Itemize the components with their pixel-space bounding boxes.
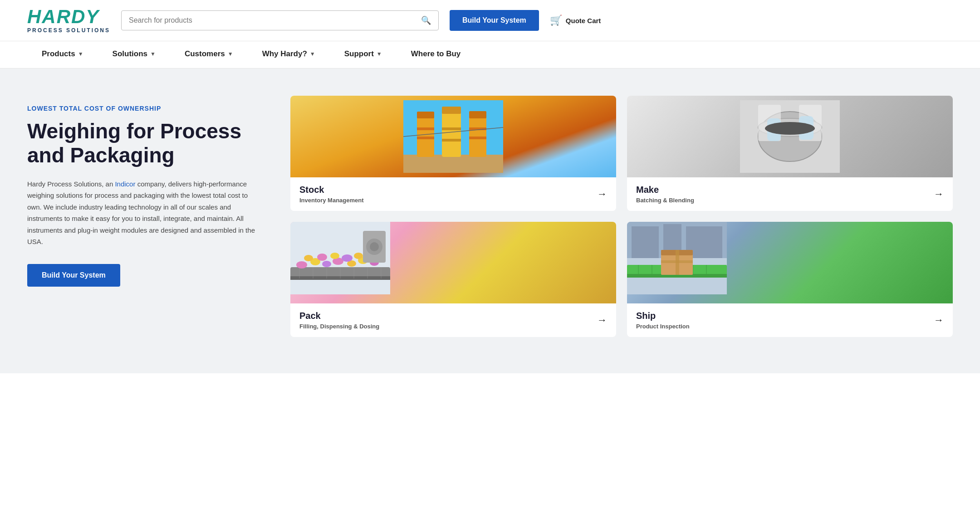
indicor-link[interactable]: Indicor: [115, 180, 135, 188]
hero-title: Weighing for Process and Packaging: [27, 119, 263, 167]
card-ship-arrow[interactable]: →: [934, 314, 944, 326]
card-stock[interactable]: Stock Inventory Management →: [290, 96, 616, 211]
svg-point-40: [304, 255, 313, 261]
svg-rect-3: [417, 112, 434, 118]
hero-eyebrow: LOWEST TOTAL COST OF OWNERSHIP: [27, 105, 263, 112]
svg-point-48: [370, 242, 379, 251]
chevron-down-icon: ▼: [150, 51, 156, 57]
hero-body-text-1: Hardy Process Solutions, an: [27, 180, 115, 188]
svg-rect-6: [469, 114, 486, 157]
quote-cart-label: Quote Cart: [566, 17, 601, 24]
svg-rect-9: [417, 137, 434, 139]
svg-rect-10: [442, 127, 461, 130]
quote-cart-button[interactable]: 🛒 Quote Cart: [550, 15, 601, 26]
svg-rect-7: [469, 111, 486, 118]
card-ship-subtitle: Product Inspection: [636, 323, 690, 330]
svg-point-33: [296, 261, 307, 269]
main-nav: Products ▼ Solutions ▼ Customers ▼ Why H…: [0, 41, 980, 68]
chevron-down-icon: ▼: [310, 51, 315, 57]
card-ship[interactable]: Ship Product Inspection →: [627, 222, 953, 337]
card-ship-row: Ship Product Inspection →: [636, 311, 944, 330]
card-make-row: Make Batching & Blending →: [636, 185, 944, 204]
card-pack-image: [290, 222, 616, 303]
svg-point-43: [342, 254, 353, 262]
nav-support-label: Support: [344, 49, 374, 59]
card-ship-image: [627, 222, 953, 303]
svg-rect-13: [469, 137, 486, 139]
nav-item-support[interactable]: Support ▼: [330, 41, 397, 68]
hero-body: Hardy Process Solutions, an Indicor comp…: [27, 178, 263, 248]
svg-point-44: [354, 253, 363, 259]
nav-customers-label: Customers: [185, 49, 225, 59]
svg-point-22: [765, 122, 815, 135]
svg-rect-51: [632, 226, 659, 258]
card-stock-subtitle: Inventory Management: [299, 197, 364, 204]
card-pack-title: Pack: [299, 311, 379, 321]
nav-item-customers[interactable]: Customers ▼: [170, 41, 248, 68]
card-make[interactable]: Make Batching & Blending →: [627, 96, 953, 211]
chevron-down-icon: ▼: [78, 51, 83, 57]
card-pack-content: Pack Filling, Dispensing & Dosing →: [290, 303, 616, 337]
cart-icon: 🛒: [550, 15, 562, 26]
card-make-title: Make: [636, 185, 694, 195]
card-stock-title: Stock: [299, 185, 364, 195]
header-build-system-button[interactable]: Build Your System: [450, 10, 539, 31]
search-icon[interactable]: 🔍: [421, 15, 431, 25]
card-stock-image: [290, 96, 616, 177]
nav-item-solutions[interactable]: Solutions ▼: [98, 41, 170, 68]
card-stock-arrow[interactable]: →: [597, 188, 607, 200]
hero-cards-grid: Stock Inventory Management →: [290, 96, 953, 337]
card-stock-content: Stock Inventory Management →: [290, 177, 616, 211]
card-stock-text: Stock Inventory Management: [299, 185, 364, 204]
chevron-down-icon: ▼: [377, 51, 382, 57]
card-make-image: [627, 96, 953, 177]
svg-point-42: [330, 253, 339, 259]
search-input[interactable]: [129, 16, 421, 24]
logo[interactable]: HARDY PROCESS SOLUTIONS: [27, 7, 110, 34]
svg-rect-8: [417, 127, 434, 130]
nav-item-where-to-buy[interactable]: Where to Buy: [397, 41, 475, 68]
svg-point-35: [322, 261, 331, 267]
card-ship-text: Ship Product Inspection: [636, 311, 690, 330]
chevron-down-icon: ▼: [228, 51, 233, 57]
card-make-subtitle: Batching & Blending: [636, 197, 694, 204]
card-pack[interactable]: Pack Filling, Dispensing & Dosing →: [290, 222, 616, 337]
card-ship-title: Ship: [636, 311, 690, 321]
nav-solutions-label: Solutions: [113, 49, 147, 59]
search-bar[interactable]: 🔍: [121, 10, 439, 30]
nav-item-products[interactable]: Products ▼: [27, 41, 98, 68]
nav-products-label: Products: [42, 49, 75, 59]
nav-where-to-buy-label: Where to Buy: [411, 49, 461, 59]
card-make-arrow[interactable]: →: [934, 188, 944, 200]
card-make-content: Make Batching & Blending →: [627, 177, 953, 211]
svg-point-41: [317, 254, 327, 261]
hero-body-text-2: company, delivers high-performance weigh…: [27, 180, 255, 246]
card-pack-row: Pack Filling, Dispensing & Dosing →: [299, 311, 607, 330]
hero-build-system-button[interactable]: Build Your System: [27, 264, 120, 287]
card-pack-arrow[interactable]: →: [597, 314, 607, 326]
site-header: HARDY PROCESS SOLUTIONS 🔍 Build Your Sys…: [0, 0, 980, 41]
svg-rect-65: [661, 260, 693, 263]
logo-sub-text: PROCESS SOLUTIONS: [27, 27, 110, 34]
hero-section: LOWEST TOTAL COST OF OWNERSHIP Weighing …: [0, 68, 980, 373]
svg-rect-5: [442, 107, 461, 114]
svg-rect-11: [442, 139, 461, 142]
card-make-text: Make Batching & Blending: [636, 185, 694, 204]
svg-rect-1: [403, 155, 503, 173]
logo-hardy-text: HARDY: [27, 7, 110, 26]
card-ship-content: Ship Product Inspection →: [627, 303, 953, 337]
svg-rect-4: [442, 109, 461, 157]
hero-left-content: LOWEST TOTAL COST OF OWNERSHIP Weighing …: [27, 96, 263, 287]
card-stock-row: Stock Inventory Management →: [299, 185, 607, 204]
nav-item-why-hardy[interactable]: Why Hardy? ▼: [248, 41, 330, 68]
card-pack-text: Pack Filling, Dispensing & Dosing: [299, 311, 379, 330]
card-pack-subtitle: Filling, Dispensing & Dosing: [299, 323, 379, 330]
nav-why-hardy-label: Why Hardy?: [262, 49, 307, 59]
